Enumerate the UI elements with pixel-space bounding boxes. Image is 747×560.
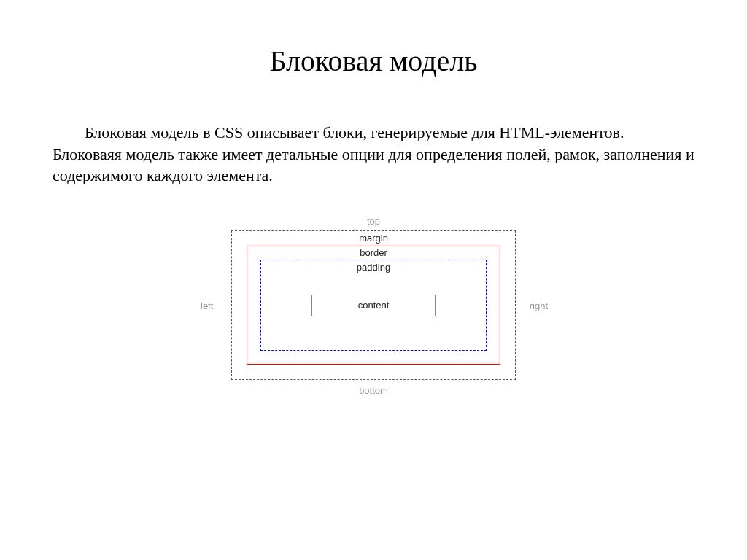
label-border: border <box>360 247 387 258</box>
label-content: content <box>358 300 390 311</box>
label-bottom: bottom <box>359 385 388 396</box>
label-margin: margin <box>359 233 388 244</box>
label-left: left <box>201 300 213 311</box>
border-box: border padding content <box>247 246 500 365</box>
label-top: top <box>367 216 380 227</box>
padding-box: padding content <box>260 260 487 351</box>
label-right: right <box>530 300 548 311</box>
margin-box: margin border padding content <box>231 230 516 380</box>
content-box: content <box>311 295 436 316</box>
box-model-diagram: top bottom left right margin border padd… <box>51 230 696 383</box>
slide-body-text: Блоковая модель в CSS описывает блоки, г… <box>53 122 694 187</box>
label-padding: padding <box>357 262 390 273</box>
slide-title: Блоковая модель <box>51 44 696 78</box>
